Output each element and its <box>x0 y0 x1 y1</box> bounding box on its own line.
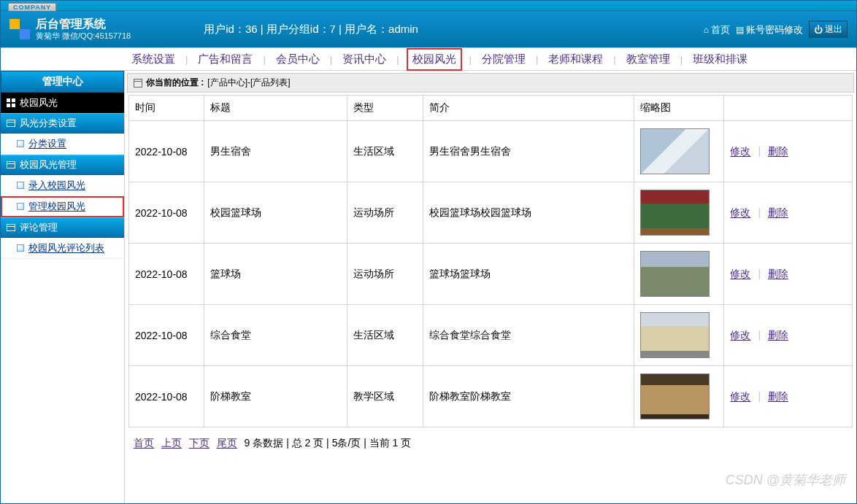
column-header: 时间 <box>129 96 204 121</box>
column-header: 简介 <box>423 96 634 121</box>
topnav-item[interactable]: 班级和排课 <box>690 53 750 66</box>
cell-thumbnail <box>634 182 724 244</box>
separator: | <box>396 54 399 65</box>
cell-type: 运动场所 <box>347 244 423 305</box>
cell-title: 校园篮球场 <box>204 182 347 244</box>
app-subtitle: 黄菊华 微信/QQ:45157718 <box>36 31 131 42</box>
separator: | <box>750 145 768 157</box>
breadcrumb: 你当前的位置 : [产品中心]-[产品列表] <box>127 73 854 93</box>
topnav-item[interactable]: 系统设置 <box>128 53 178 66</box>
separator: | <box>469 54 472 65</box>
delete-link[interactable]: 删除 <box>768 268 788 279</box>
edit-link[interactable]: 修改 <box>730 329 750 341</box>
folder-icon <box>7 161 15 168</box>
cell-intro: 校园篮球场校园篮球场 <box>423 182 634 244</box>
top-nav: 系统设置|广告和留言|会员中心|资讯中心|校园风光|分院管理|老师和课程|教室管… <box>1 47 856 71</box>
cell-actions: 修改|删除 <box>724 244 853 305</box>
table-row: 2022-10-08篮球场运动场所篮球场篮球场修改|删除 <box>129 244 853 305</box>
home-link[interactable]: ⌂首页 <box>704 23 730 36</box>
cell-intro: 阶梯教室阶梯教室 <box>423 366 634 427</box>
edit-link[interactable]: 修改 <box>730 206 750 218</box>
delete-link[interactable]: 删除 <box>768 145 788 157</box>
sidebar-group-header[interactable]: 风光分类设置 <box>1 113 124 133</box>
column-header: 标题 <box>204 96 347 121</box>
table-row: 2022-10-08综合食堂生活区域综合食堂综合食堂修改|删除 <box>129 305 853 366</box>
folder-icon <box>7 224 15 231</box>
topnav-item[interactable]: 老师和课程 <box>545 53 606 66</box>
sidebar-item[interactable]: 管理校园风光 <box>1 196 124 217</box>
pager: 首页 上页 下页 尾页 9 条数据 | 总 2 页 | 5条/页 | 当前 1 … <box>125 430 856 456</box>
cell-thumbnail <box>634 244 724 305</box>
separator: | <box>263 54 265 65</box>
cell-time: 2022-10-08 <box>129 182 204 244</box>
edit-link[interactable]: 修改 <box>730 268 750 279</box>
table-row: 2022-10-08校园篮球场运动场所校园篮球场校园篮球场修改|删除 <box>129 182 853 244</box>
column-header: 类型 <box>347 96 423 121</box>
column-header <box>724 96 853 121</box>
cell-title: 篮球场 <box>204 244 347 305</box>
delete-link[interactable]: 删除 <box>768 329 788 341</box>
topnav-item[interactable]: 会员中心 <box>273 53 323 66</box>
topnav-item[interactable]: 教室管理 <box>623 53 673 66</box>
separator: | <box>680 54 683 65</box>
sidebar-current-label: 校园风光 <box>20 96 58 109</box>
sidebar-link[interactable]: 录入校园风光 <box>28 179 85 192</box>
bullet-icon <box>17 140 24 147</box>
user-info: 用户id：36 | 用户分组id：7 | 用户名：admin <box>204 23 418 36</box>
sidebar-item[interactable]: 校园风光评论列表 <box>1 238 124 259</box>
cell-time: 2022-10-08 <box>129 366 204 427</box>
pager-info: 9 条数据 | 总 2 页 | 5条/页 | 当前 1 页 <box>245 437 412 449</box>
column-header: 缩略图 <box>634 96 724 121</box>
edit-link[interactable]: 修改 <box>730 390 750 402</box>
bullet-icon <box>17 182 24 189</box>
thumbnail-image <box>640 128 710 174</box>
cell-title: 综合食堂 <box>204 305 347 366</box>
cell-thumbnail <box>634 366 724 427</box>
titlebar: COMPANY <box>1 1 856 11</box>
separator: | <box>185 54 188 65</box>
sidebar-item[interactable]: 录入校园风光 <box>1 175 124 196</box>
main-area: 你当前的位置 : [产品中心]-[产品列表] 时间标题类型简介缩略图 2022-… <box>125 71 856 503</box>
sidebar-link[interactable]: 校园风光评论列表 <box>28 241 104 255</box>
cell-intro: 综合食堂综合食堂 <box>423 305 634 366</box>
topnav-item[interactable]: 资讯中心 <box>339 53 389 66</box>
pager-first[interactable]: 首页 <box>134 437 154 449</box>
delete-link[interactable]: 删除 <box>768 390 788 402</box>
cell-time: 2022-10-08 <box>129 305 204 366</box>
sidebar: 管理中心 校园风光 风光分类设置分类设置校园风光管理录入校园风光管理校园风光评论… <box>1 71 125 503</box>
sidebar-link[interactable]: 管理校园风光 <box>28 200 85 213</box>
pager-last[interactable]: 尾页 <box>217 437 237 449</box>
cell-type: 教学区域 <box>347 366 423 427</box>
separator: | <box>330 54 332 65</box>
cell-time: 2022-10-08 <box>129 121 204 182</box>
separator: | <box>613 54 615 65</box>
account-link[interactable]: ▤账号密码修改 <box>736 23 803 36</box>
pager-next[interactable]: 下页 <box>189 437 210 449</box>
topnav-item[interactable]: 校园风光 <box>407 48 462 71</box>
topnav-item[interactable]: 广告和留言 <box>195 53 255 66</box>
cell-title: 阶梯教室 <box>204 366 347 427</box>
home-icon: ⌂ <box>704 24 709 34</box>
table-row: 2022-10-08男生宿舍生活区域男生宿舍男生宿舍修改|删除 <box>129 121 853 182</box>
sidebar-current[interactable]: 校园风光 <box>1 93 124 113</box>
cell-thumbnail <box>634 121 724 182</box>
pager-prev[interactable]: 上页 <box>161 437 182 449</box>
edit-link[interactable]: 修改 <box>730 145 750 157</box>
separator: | <box>536 54 538 65</box>
sidebar-group-header[interactable]: 评论管理 <box>1 217 124 238</box>
separator: | <box>750 329 768 341</box>
logout-button[interactable]: ⏻退出 <box>809 21 848 38</box>
sidebar-group-header[interactable]: 校园风光管理 <box>1 155 124 175</box>
separator: | <box>750 390 768 402</box>
account-icon: ▤ <box>736 24 744 34</box>
breadcrumb-icon <box>134 79 142 88</box>
cell-time: 2022-10-08 <box>129 244 204 305</box>
sidebar-item[interactable]: 分类设置 <box>1 133 124 155</box>
breadcrumb-path: [产品中心]-[产品列表] <box>207 77 290 89</box>
cell-type: 生活区域 <box>347 121 423 182</box>
topnav-item[interactable]: 分院管理 <box>479 53 529 66</box>
delete-link[interactable]: 删除 <box>768 206 788 218</box>
sidebar-link[interactable]: 分类设置 <box>28 137 66 150</box>
cell-type: 生活区域 <box>347 305 423 366</box>
thumbnail-image <box>640 190 710 236</box>
